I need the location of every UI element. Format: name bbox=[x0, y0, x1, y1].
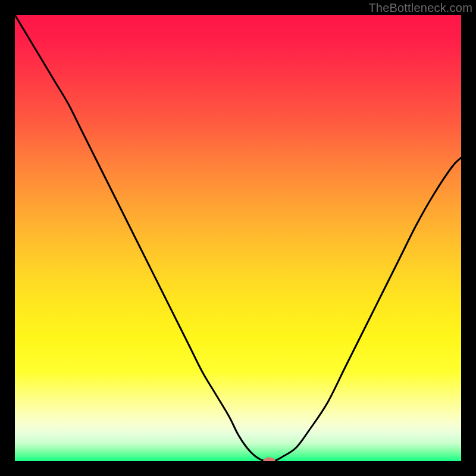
plot-area bbox=[15, 15, 461, 461]
chart-root: TheBottleneck.com bbox=[0, 0, 476, 476]
watermark-text: TheBottleneck.com bbox=[368, 1, 472, 15]
bottleneck-curve bbox=[15, 15, 461, 461]
curve-layer bbox=[15, 15, 461, 461]
optimal-point-marker bbox=[264, 458, 275, 461]
